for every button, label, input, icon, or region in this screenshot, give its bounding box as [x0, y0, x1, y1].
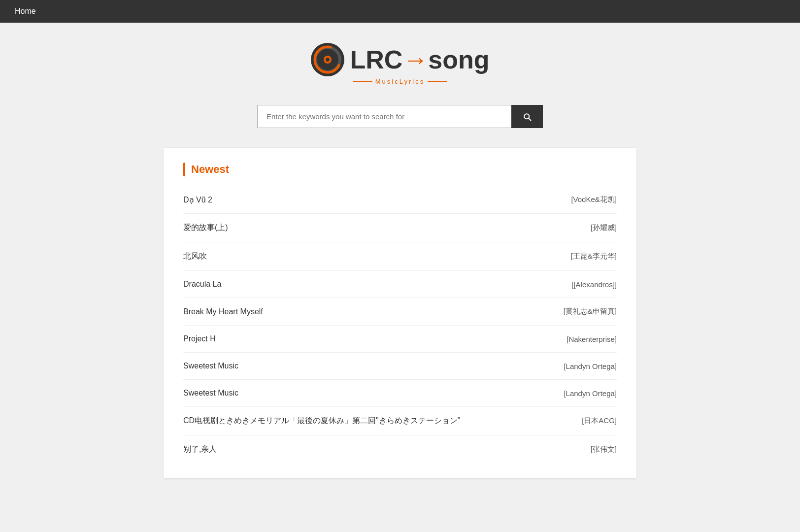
search-button[interactable] — [511, 105, 543, 128]
song-artist: [日本ACG] — [582, 416, 617, 426]
song-artist: [[Alexandros]] — [571, 280, 617, 289]
song-artist: [黄礼志&申留真] — [564, 307, 617, 316]
song-title: Break My Heart Myself — [183, 307, 263, 316]
song-artist: [Landyn Ortega] — [564, 389, 617, 398]
song-title: CD电视剧ときめきメモリアル「最後の夏休み」第二回"きらめきステーション" — [183, 416, 460, 426]
song-artist: [王昆&李元华] — [571, 252, 617, 261]
song-title: Sweetest Music — [183, 362, 238, 370]
svg-point-6 — [326, 58, 330, 62]
section-title: Newest — [191, 163, 229, 176]
song-artist: [张伟文] — [591, 445, 617, 454]
song-list: Dạ Vũ 2[VodKe&花凯]爱的故事(上)[孙耀威]北风吹[王昆&李元华]… — [183, 186, 617, 464]
song-title: 别了,亲人 — [183, 444, 217, 455]
list-item[interactable]: 北风吹[王昆&李元华] — [183, 242, 617, 271]
song-title: Sweetest Music — [183, 389, 238, 398]
song-title: 北风吹 — [183, 251, 207, 262]
logo-arrow: → — [402, 45, 428, 74]
home-link[interactable]: Home — [15, 7, 36, 15]
logo-title-part1: LRC — [350, 45, 402, 74]
logo-subtitle: MusicLyrics — [353, 78, 447, 85]
list-item[interactable]: 爱的故事(上)[孙耀威] — [183, 214, 617, 242]
section-bar — [183, 163, 185, 176]
song-artist: [VodKe&花凯] — [571, 195, 617, 204]
song-title: Dạ Vũ 2 — [183, 195, 212, 204]
song-artist: [Landyn Ortega] — [564, 362, 617, 370]
list-item[interactable]: Dracula La[[Alexandros]] — [183, 271, 617, 298]
search-form — [257, 105, 543, 128]
logo-inner: LRC→song — [310, 42, 489, 77]
list-item[interactable]: Sweetest Music[Landyn Ortega] — [183, 353, 617, 380]
logo-container: LRC→song MusicLyrics — [164, 42, 636, 85]
song-artist: [Nakenterprise] — [567, 335, 617, 343]
list-item[interactable]: Break My Heart Myself[黄礼志&申留真] — [183, 298, 617, 326]
logo-text: LRC→song — [350, 47, 489, 72]
logo-icon — [310, 42, 345, 77]
list-item[interactable]: Project H[Nakenterprise] — [183, 326, 617, 353]
search-input[interactable] — [257, 105, 511, 128]
logo-title-part2: song — [428, 45, 489, 74]
search-icon — [522, 112, 532, 122]
list-item[interactable]: CD电视剧ときめきメモリアル「最後の夏休み」第二回"きらめきステーション"[日本… — [183, 407, 617, 435]
content-card: Newest Dạ Vũ 2[VodKe&花凯]爱的故事(上)[孙耀威]北风吹[… — [164, 148, 636, 478]
top-nav: Home — [0, 0, 800, 23]
song-title: Dracula La — [183, 280, 221, 289]
list-item[interactable]: Dạ Vũ 2[VodKe&花凯] — [183, 186, 617, 214]
song-title: Project H — [183, 334, 216, 343]
list-item[interactable]: Sweetest Music[Landyn Ortega] — [183, 380, 617, 407]
main-container: LRC→song MusicLyrics Newest Dạ Vũ 2[VodK… — [154, 23, 646, 498]
song-artist: [孙耀威] — [591, 223, 617, 233]
song-title: 爱的故事(上) — [183, 223, 228, 233]
search-container — [164, 105, 636, 128]
list-item[interactable]: 别了,亲人[张伟文] — [183, 435, 617, 464]
section-header: Newest — [183, 163, 617, 176]
